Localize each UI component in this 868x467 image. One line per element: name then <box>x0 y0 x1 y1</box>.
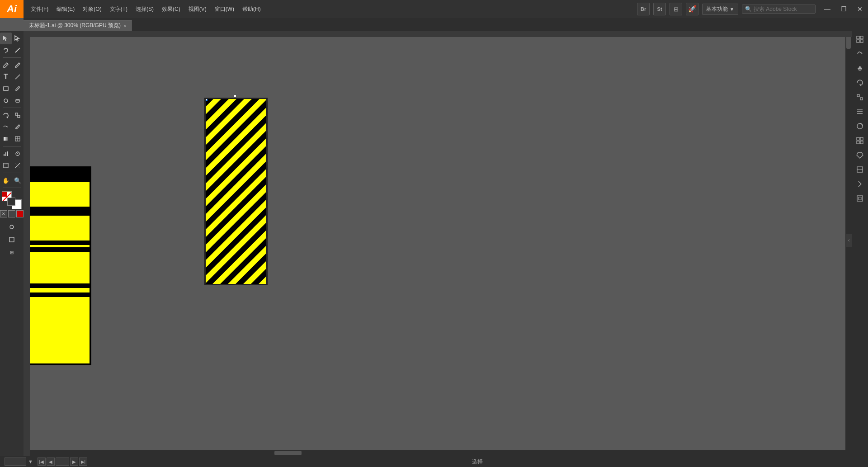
status-text: 选择 <box>472 458 483 466</box>
scrollbar-thumb-horizontal[interactable] <box>274 451 302 455</box>
rocket-btn[interactable]: 🚀 <box>686 3 698 15</box>
rect-tool[interactable] <box>0 83 12 94</box>
black-color-btn[interactable] <box>8 210 15 217</box>
screen-mode-btn[interactable] <box>6 234 18 245</box>
eyedropper-tool[interactable] <box>12 121 24 133</box>
grid-btn[interactable]: ⊞ <box>670 3 682 15</box>
symbol-tool[interactable] <box>12 148 24 160</box>
ruler-left <box>24 31 30 456</box>
line-tool[interactable] <box>12 71 24 83</box>
tool-row-select <box>0 33 24 44</box>
black-bar-top <box>30 168 90 182</box>
nav-last-btn[interactable]: ▶| <box>79 458 87 466</box>
artboard-tool[interactable] <box>0 160 12 171</box>
text-tool[interactable]: T <box>0 71 12 83</box>
right-panel-btn-8[interactable] <box>853 134 867 147</box>
scrollbar-bottom[interactable] <box>30 450 845 456</box>
hand-tool[interactable]: ✋ <box>0 175 12 186</box>
right-panel-btn-3[interactable]: ♣ <box>853 61 867 75</box>
nav-prev-btn[interactable]: ◀ <box>47 458 55 466</box>
yellow-block-2 <box>30 216 90 245</box>
menu-text[interactable]: 文字(T) <box>106 4 131 15</box>
svg-line-49 <box>859 184 861 187</box>
menu-file[interactable]: 文件(F) <box>27 4 52 15</box>
right-panel-btn-1[interactable] <box>853 33 867 46</box>
mesh-tool[interactable] <box>12 133 24 145</box>
close-btn[interactable]: ✕ <box>852 0 868 18</box>
menu-help[interactable]: 帮助(H) <box>239 4 264 15</box>
document-tab[interactable]: 未标题-1.ai @ 300% (RGB/GPU 预览) × <box>24 20 132 31</box>
menu-select[interactable]: 选择(S) <box>132 4 157 15</box>
ruler-top <box>30 31 852 37</box>
minimize-btn[interactable]: — <box>819 0 835 18</box>
svg-rect-17 <box>4 154 5 156</box>
warp-tool[interactable] <box>0 121 12 133</box>
menu-edit[interactable]: 编辑(E) <box>53 4 78 15</box>
nav-next-btn[interactable]: ▶ <box>70 458 78 466</box>
pencil-tool[interactable] <box>12 59 24 71</box>
lasso-tool[interactable] <box>0 44 12 56</box>
slice-tool[interactable] <box>12 160 24 171</box>
zoom-chevron[interactable]: ▼ <box>28 459 33 464</box>
right-panel-btn-6[interactable] <box>853 105 867 118</box>
view-toggle-btn[interactable] <box>6 221 18 233</box>
nav-first-btn[interactable]: |◀ <box>38 458 46 466</box>
full-screen-btn[interactable]: ⊞ <box>6 246 18 258</box>
svg-rect-35 <box>857 94 859 97</box>
right-panel-btn-2[interactable] <box>853 47 867 61</box>
right-panel-btn-4[interactable] <box>853 76 867 90</box>
right-collapse-btn[interactable]: ‹ <box>846 234 852 247</box>
restore-btn[interactable]: ❐ <box>835 0 852 18</box>
status-bar: 300% ▼ |◀ ◀ 1 ▶ ▶| 选择 <box>0 456 868 467</box>
right-panel-btn-11[interactable] <box>853 177 867 191</box>
blob-brush-tool[interactable] <box>0 94 12 106</box>
svg-rect-19 <box>7 151 8 156</box>
left-toolbar: T <box>0 31 24 456</box>
red-color-btn[interactable] <box>16 210 24 217</box>
eraser-tool[interactable] <box>12 94 24 106</box>
svg-rect-6 <box>4 87 8 90</box>
color-mode-btns: ✕ <box>0 210 24 217</box>
right-panel-btn-5[interactable] <box>853 90 867 104</box>
svg-marker-45 <box>857 152 863 158</box>
chart-tool[interactable] <box>0 148 12 160</box>
right-panel-btn-12[interactable] <box>853 192 867 205</box>
search-stock-input[interactable] <box>754 6 812 12</box>
scale-tool[interactable] <box>12 109 24 121</box>
tool-row-pen <box>0 59 24 71</box>
selection-tool[interactable] <box>0 33 12 44</box>
color-mode-indicator[interactable] <box>7 198 15 206</box>
artboard-center <box>204 98 268 285</box>
direct-select-tool[interactable] <box>12 33 24 44</box>
menu-effect[interactable]: 效果(C) <box>158 4 184 15</box>
artboard-input[interactable]: 1 <box>56 458 69 466</box>
pen-tool[interactable] <box>0 59 12 71</box>
bridge-btn[interactable]: Br <box>637 3 650 15</box>
svg-rect-13 <box>4 137 8 141</box>
scroll-corner <box>845 456 852 467</box>
menu-bar: 文件(F) 编辑(E) 对象(O) 文字(T) 选择(S) 效果(C) 视图(V… <box>24 4 637 15</box>
menu-object[interactable]: 对象(O) <box>79 4 105 15</box>
scrollbar-thumb-vertical[interactable] <box>846 35 851 49</box>
none-color-btn[interactable]: ✕ <box>0 210 7 217</box>
paintbrush-tool[interactable] <box>12 83 24 94</box>
gradient-tool[interactable] <box>0 133 12 145</box>
workspace-selector[interactable]: 基本功能 ▼ <box>702 4 738 15</box>
menu-window[interactable]: 窗口(W) <box>211 4 238 15</box>
tool-row-blob <box>0 94 24 106</box>
svg-point-12 <box>16 128 17 129</box>
stock-btn[interactable]: St <box>653 3 666 15</box>
zoom-tool[interactable]: 🔍 <box>12 175 24 186</box>
menu-view[interactable]: 视图(V) <box>185 4 210 15</box>
zoom-input[interactable]: 300% <box>5 458 26 466</box>
rotate-tool[interactable] <box>0 109 12 121</box>
magic-wand-tool[interactable] <box>12 44 24 56</box>
svg-rect-18 <box>5 152 6 156</box>
svg-rect-30 <box>857 36 859 39</box>
right-panel-btn-7[interactable] <box>853 119 867 133</box>
doc-tab-close[interactable]: × <box>123 23 126 28</box>
right-panel-btn-9[interactable] <box>853 148 867 162</box>
svg-rect-51 <box>859 197 861 200</box>
tool-row-text: T <box>0 71 24 83</box>
right-panel-btn-10[interactable] <box>853 163 867 176</box>
